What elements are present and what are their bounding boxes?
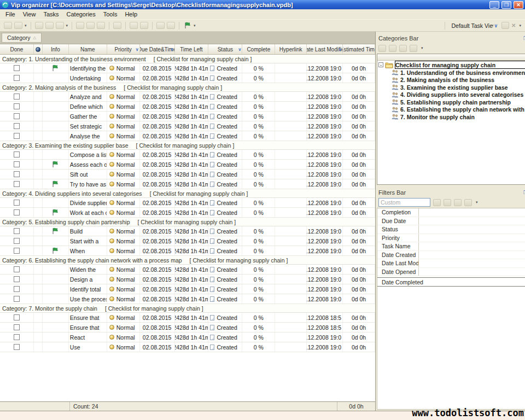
- task-row[interactable]: UseNormal02.08.20152428d 1h 41mCreated0 …: [0, 342, 375, 352]
- task-row[interactable]: BuildNormal02.08.20152428d 1h 41mCreated…: [0, 226, 375, 236]
- task-row[interactable]: Try to have asNormal02.08.20152428d 1h 4…: [0, 179, 375, 189]
- task-row[interactable]: Sift outNormal02.08.20152428d 1h 41mCrea…: [0, 170, 375, 179]
- column-header-done[interactable]: Done: [0, 44, 34, 54]
- tree-item-row[interactable]: 7. Monitor the supply chain44: [377, 113, 525, 121]
- chevron-down-icon[interactable]: ∨: [494, 23, 498, 28]
- category-row[interactable]: Category: 1. Understanding of the busine…: [0, 55, 375, 63]
- task-checkbox[interactable]: [14, 133, 20, 139]
- filter-chevron-icon[interactable]: ∨: [136, 47, 139, 52]
- task-checkbox[interactable]: [14, 209, 20, 215]
- filter-row-status[interactable]: Status∨: [377, 225, 525, 234]
- tree-item-row[interactable]: 5. Establishing supply chain partnership…: [377, 98, 525, 106]
- task-checkbox[interactable]: [14, 151, 20, 158]
- task-checkbox[interactable]: [14, 65, 20, 71]
- column-header-hyperlink[interactable]: Hyperlink: [275, 44, 307, 54]
- dropdown-caret-icon[interactable]: ▾: [66, 24, 68, 28]
- outdent-icon[interactable]: [167, 22, 175, 29]
- restore-bar-icon[interactable]: ❐: [522, 189, 525, 196]
- filter-row-due-date[interactable]: Due Date∨: [377, 217, 525, 226]
- menu-item-file[interactable]: File: [2, 10, 19, 19]
- group-by-chip-category[interactable]: Category △: [2, 33, 42, 43]
- column-header-status[interactable]: Status∨: [208, 44, 242, 54]
- menu-item-view[interactable]: View: [19, 10, 40, 19]
- filter-row-date-completed[interactable]: Date Completed∨: [377, 277, 525, 287]
- task-row[interactable]: Assess each ofNormal02.08.20152428d 1h 4…: [0, 160, 375, 170]
- task-row[interactable]: Set strategicNormal02.08.20152428d 1h 41…: [0, 121, 375, 131]
- task-row[interactable]: WhenNormal02.08.20152428d 1h 41mCreated0…: [0, 246, 375, 256]
- task-checkbox[interactable]: [14, 296, 20, 302]
- more-actions-icon[interactable]: ▾: [519, 24, 521, 28]
- task-checkbox[interactable]: [14, 286, 20, 292]
- column-header-estimated-time[interactable]: Estimated Time: [343, 44, 375, 54]
- notify-icon[interactable]: [113, 22, 121, 29]
- task-row[interactable]: Analyze andNormal02.08.20152428d 1h 41mC…: [0, 92, 375, 102]
- menu-item-tasks[interactable]: Tasks: [39, 10, 62, 19]
- copy-icon[interactable]: [86, 22, 95, 29]
- task-checkbox[interactable]: [14, 200, 20, 206]
- tree-root-row[interactable]: -Checklist for managing supply chain2424: [377, 61, 525, 69]
- column-header-priority-flag[interactable]: [34, 44, 43, 54]
- task-view-combobox[interactable]: Default Task View ∨: [450, 22, 500, 30]
- task-row[interactable]: Compose a listNormal02.08.20152428d 1h 4…: [0, 150, 375, 160]
- task-checkbox[interactable]: [14, 334, 20, 340]
- filter-chevron-icon[interactable]: ∨: [238, 47, 241, 52]
- duplicate-task-icon[interactable]: [45, 22, 54, 29]
- task-checkbox[interactable]: [14, 181, 20, 187]
- filter-row-date-last-modified[interactable]: Date Last Modified∨: [377, 259, 525, 268]
- task-checkbox[interactable]: [14, 228, 20, 234]
- close-button[interactable]: ✕: [514, 1, 523, 9]
- task-checkbox[interactable]: [14, 113, 20, 119]
- menu-item-tools[interactable]: Tools: [100, 10, 121, 19]
- category-row[interactable]: Category: 4. Dividing suppliers into sev…: [0, 189, 375, 198]
- task-row[interactable]: Analyse theNormal02.08.20152428d 1h 41mC…: [0, 131, 375, 141]
- task-row[interactable]: Start with aNormal02.08.20152428d 1h 41m…: [0, 236, 375, 246]
- filter-row-task-name[interactable]: Task Name: [377, 242, 525, 251]
- task-checkbox[interactable]: [14, 171, 20, 177]
- indent-icon[interactable]: [156, 22, 165, 29]
- delete-category-icon[interactable]: [399, 45, 407, 52]
- task-checkbox[interactable]: [14, 123, 20, 129]
- clear-filter-icon[interactable]: [444, 199, 451, 206]
- move-up-icon[interactable]: [130, 22, 138, 29]
- apply-filter-icon[interactable]: [433, 199, 441, 206]
- task-row[interactable]: Define whichNormal02.08.20152428d 1h 41m…: [0, 102, 375, 112]
- minimize-button[interactable]: _: [489, 1, 499, 9]
- task-row[interactable]: UndertakingNormal02.08.20152428d 1h 41mC…: [0, 73, 375, 83]
- column-header-complete[interactable]: Complete: [242, 44, 275, 54]
- edit-task-icon[interactable]: [35, 22, 43, 29]
- restore-bar-icon[interactable]: ❐: [522, 35, 525, 42]
- more-actions-icon[interactable]: [410, 45, 417, 52]
- task-checkbox[interactable]: [14, 276, 20, 282]
- dropdown-caret-icon[interactable]: ▾: [421, 46, 423, 50]
- new-category-icon[interactable]: [378, 45, 386, 52]
- column-header-priority[interactable]: Priority∨: [107, 44, 140, 54]
- more-actions-icon[interactable]: [464, 199, 472, 206]
- task-row[interactable]: Identify totalNormal02.08.20152428d 1h 4…: [0, 284, 375, 294]
- tree-item-row[interactable]: 1. Understanding of the business environ…: [377, 69, 525, 77]
- column-header-time-left[interactable]: Time Left: [175, 44, 209, 54]
- new-task-icon[interactable]: [4, 22, 12, 29]
- task-checkbox[interactable]: [14, 344, 20, 350]
- column-header-info[interactable]: Info: [43, 44, 69, 54]
- task-checkbox[interactable]: [14, 266, 20, 272]
- filter-row-date-created[interactable]: Date Created∨: [377, 251, 525, 260]
- filter-row-completion[interactable]: Completion∨: [377, 208, 525, 217]
- task-row[interactable]: Widen theNormal02.08.20152428d 1h 41mCre…: [0, 265, 375, 275]
- delete-view-icon[interactable]: ✕: [511, 22, 516, 28]
- filter-chevron-icon[interactable]: ∨: [339, 47, 342, 52]
- category-row[interactable]: Category: 6. Establishing the supply cha…: [0, 256, 375, 265]
- task-row[interactable]: Design aNormal02.08.20152428d 1h 41mCrea…: [0, 275, 375, 284]
- filter-chevron-icon[interactable]: ∨: [171, 47, 174, 52]
- menu-item-help[interactable]: Help: [121, 10, 141, 19]
- filter-row-date-opened[interactable]: Date Opened∨: [377, 268, 525, 277]
- restore-button[interactable]: ❐: [501, 1, 511, 9]
- filter-preset-input[interactable]: [378, 198, 430, 207]
- task-checkbox[interactable]: [14, 314, 20, 320]
- tree-item-row[interactable]: 3. Examining the existing supplier base4…: [377, 84, 525, 91]
- task-row[interactable]: Identifying theNormal02.08.20152428d 1h …: [0, 63, 375, 73]
- tree-item-row[interactable]: 2. Making analysis of the business55: [377, 77, 525, 84]
- task-row[interactable]: Use the processNormal02.08.20152428d 1h …: [0, 294, 375, 304]
- tree-item-row[interactable]: 6. Establishing the supply chain network…: [377, 106, 525, 114]
- category-row[interactable]: Category: 2. Making analysis of the busi…: [0, 83, 375, 92]
- task-row[interactable]: Gather theNormal02.08.20152428d 1h 41mCr…: [0, 112, 375, 121]
